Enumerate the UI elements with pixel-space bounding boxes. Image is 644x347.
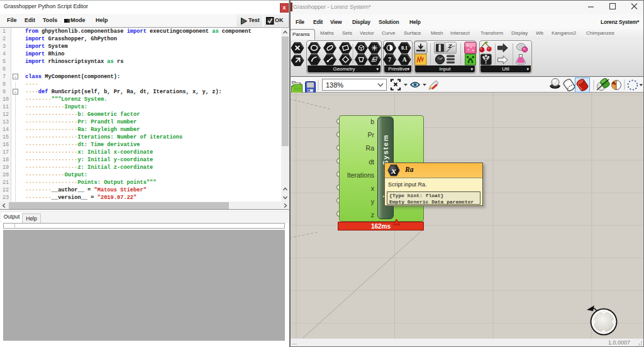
svg-text:0.1: 0.1	[401, 45, 408, 51]
svg-text:x: x	[391, 166, 396, 176]
svg-text:A: A	[402, 57, 407, 63]
svg-text:7: 7	[388, 57, 391, 63]
svg-text:138%: 138%	[326, 81, 343, 89]
